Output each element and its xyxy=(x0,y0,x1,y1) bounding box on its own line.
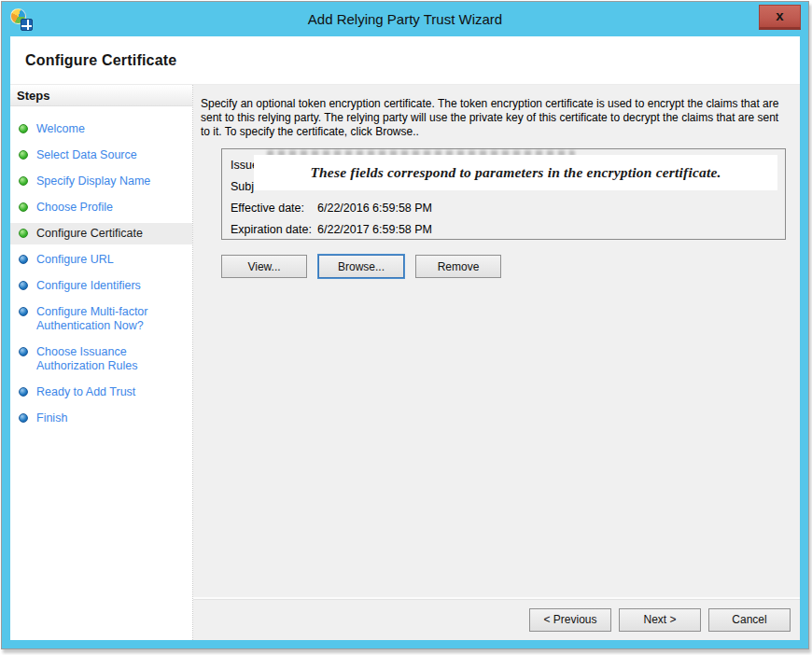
sidebar-item-specify-display-name: Specify Display Name xyxy=(10,171,192,192)
main-content: Specify an optional token encryption cer… xyxy=(193,85,800,597)
step-status-icon xyxy=(19,255,28,264)
expiration-date-label: Expiration date: xyxy=(231,223,317,236)
steps-sidebar: Steps Welcome Select Data Source Spe xyxy=(10,85,193,640)
title-bar: Add Relying Party Trust Wizard x xyxy=(2,2,808,36)
sidebar-item-ready-to-add-trust: Ready to Add Trust xyxy=(10,382,192,403)
page-header: Configure Certificate xyxy=(10,36,800,85)
close-button[interactable]: x xyxy=(759,5,801,30)
steps-header: Steps xyxy=(10,85,192,106)
effective-date-label: Effective date: xyxy=(231,202,317,215)
cancel-button[interactable]: Cancel xyxy=(708,608,791,632)
screenshot-stage: Add Relying Party Trust Wizard x Configu… xyxy=(0,0,812,655)
page-title: Configure Certificate xyxy=(25,52,176,69)
step-status-icon xyxy=(19,281,28,290)
dialog-frame: Configure Certificate Steps Welcome Sele… xyxy=(10,36,800,640)
sidebar-item-configure-url: Configure URL xyxy=(10,249,192,271)
step-status-icon xyxy=(19,176,28,186)
view-button[interactable]: View... xyxy=(221,255,307,278)
effective-date-value: 6/22/2016 6:59:58 PM xyxy=(317,202,432,215)
close-icon: x xyxy=(776,7,783,23)
annotation-callout: These fields correspond to parameters in… xyxy=(254,155,777,190)
sidebar-item-welcome: Welcome xyxy=(10,118,192,140)
next-button[interactable]: Next > xyxy=(619,608,701,632)
step-status-icon xyxy=(19,229,28,238)
step-status-icon xyxy=(19,202,28,212)
expiration-date-value: 6/22/2017 6:59:58 PM xyxy=(317,223,432,236)
wizard-footer: < Previous Next > Cancel xyxy=(193,597,800,640)
sidebar-item-configure-certificate: Configure Certificate xyxy=(10,223,192,244)
sidebar-item-select-data-source: Select Data Source xyxy=(10,145,192,166)
wizard-window: Add Relying Party Trust Wizard x Configu… xyxy=(1,1,809,649)
sidebar-item-choose-issuance-rules: Choose Issuance Authorization Rules xyxy=(10,341,192,377)
window-title: Add Relying Party Trust Wizard xyxy=(2,2,808,36)
step-status-icon xyxy=(19,150,28,160)
sidebar-item-choose-profile: Choose Profile xyxy=(10,197,192,218)
step-status-icon xyxy=(19,413,28,423)
step-status-icon xyxy=(19,124,28,133)
sidebar-item-configure-multi-factor: Configure Multi-factor Authentication No… xyxy=(10,301,192,337)
sidebar-item-finish: Finish xyxy=(10,408,192,429)
steps-list: Welcome Select Data Source Specify Displ… xyxy=(10,106,192,429)
certificate-actions: View... Browse... Remove xyxy=(221,255,791,278)
sidebar-item-configure-identifiers: Configure Identifiers xyxy=(10,275,192,297)
remove-button[interactable]: Remove xyxy=(415,255,501,278)
page-description: Specify an optional token encryption cer… xyxy=(201,97,787,139)
step-status-icon xyxy=(19,347,28,356)
step-status-icon xyxy=(19,387,28,397)
browse-button[interactable]: Browse... xyxy=(318,255,404,278)
step-status-icon xyxy=(19,307,28,316)
certificate-details-box: Issuer: Subject: Effective date: 6/22/20… xyxy=(221,148,786,240)
previous-button[interactable]: < Previous xyxy=(529,608,611,632)
